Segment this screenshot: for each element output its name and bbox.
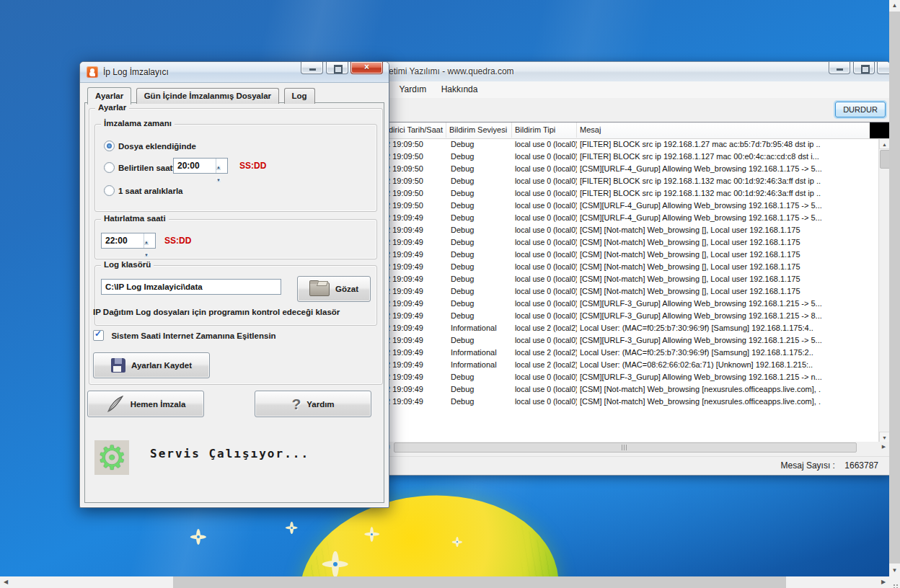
- column-header-tarih-saat[interactable]: Yönlendirici Tarih/Saat: [381, 122, 446, 138]
- table-cell: Local User: (MAC=08:62:66:02:6a:71) [Unk…: [577, 359, 878, 371]
- table-row[interactable]: 2 19:09:49Informationallocal use 2 (loca…: [381, 359, 879, 371]
- spinner-up-icon[interactable]: ▲: [144, 240, 149, 245]
- reminder-group-label: Hatırlatma saati: [101, 214, 169, 223]
- sign-now-button[interactable]: Hemen İmzala: [87, 391, 204, 417]
- table-cell: local use 0 (local0): [512, 261, 577, 273]
- radio-option-hourly[interactable]: 1 saat aralıklarla: [104, 184, 183, 194]
- table-row[interactable]: 2 19:09:49Informationallocal use 2 (loca…: [381, 322, 879, 334]
- table-cell: Debug: [446, 273, 512, 285]
- table-row[interactable]: 2 19:09:49Debuglocal use 0 (local0)[CSM]…: [381, 224, 879, 236]
- table-row[interactable]: 2 19:09:49Debuglocal use 0 (local0)[CSM]…: [381, 334, 879, 347]
- reminder-time-spinner[interactable]: 22:00 ▲ ▼: [101, 233, 156, 249]
- radio-button[interactable]: [104, 141, 115, 151]
- menu-hakkinda[interactable]: Hakkında: [436, 81, 484, 97]
- table-row[interactable]: 2 19:09:49Debuglocal use 0 (local0)[CSM]…: [381, 310, 879, 322]
- scroll-down-icon[interactable]: ▼: [879, 432, 890, 442]
- tab-log[interactable]: Log: [284, 88, 315, 104]
- wallpaper-flower: [452, 537, 462, 547]
- host-horizontal-scroll-thumb[interactable]: [173, 576, 786, 588]
- column-header-mesaj[interactable]: Mesaj: [577, 122, 878, 138]
- close-icon: ×: [351, 62, 382, 73]
- table-row[interactable]: 2 19:09:49Debuglocal use 0 (local0)[CSM]…: [381, 298, 879, 310]
- scroll-up-icon[interactable]: ▲: [889, 0, 900, 12]
- table-vertical-scrollbar[interactable]: ▲ ▼: [878, 138, 890, 442]
- table-row[interactable]: 2 19:09:49Debuglocal use 0 (local0)[CSM]…: [381, 371, 879, 383]
- table-cell: [CSM][URLF-4_Gurup] Allowing Web_browsin…: [577, 200, 878, 212]
- table-horizontal-scrollbar[interactable]: ◀ ▶: [381, 442, 890, 452]
- table-row[interactable]: 2 19:09:50Debuglocal use 0 (local0)[FILT…: [381, 151, 879, 163]
- table-cell: 2 19:09:49: [381, 261, 446, 273]
- table-header-corner: [870, 122, 889, 138]
- table-cell: 2 19:09:49: [381, 371, 446, 383]
- menu-yardim[interactable]: Yardım: [393, 81, 432, 97]
- stop-button[interactable]: DURDUR: [835, 102, 886, 117]
- scroll-right-icon[interactable]: ▶: [878, 442, 889, 452]
- minimize-button[interactable]: [829, 62, 850, 74]
- column-header-bildirim-seviyesi[interactable]: Bildirim Seviyesi: [446, 122, 512, 138]
- vertical-scroll-thumb[interactable]: [880, 150, 890, 169]
- table-cell: [CSM][URLF-4_Gurup] Allowing Web_browsin…: [577, 212, 878, 224]
- table-row[interactable]: 2 19:09:49Debuglocal use 0 (local0)[CSM]…: [381, 383, 879, 396]
- host-horizontal-scrollbar[interactable]: ◀ ▶: [0, 576, 889, 588]
- table-row[interactable]: 2 19:09:49Debuglocal use 0 (local0)[CSM]…: [381, 273, 879, 285]
- minimize-button[interactable]: [301, 62, 323, 74]
- sync-checkbox-label: Sistem Saati Internet Zamanına Eşitlensi…: [111, 331, 275, 340]
- scroll-left-icon[interactable]: ◀: [0, 576, 12, 588]
- table-cell: 2 19:09:49: [381, 322, 446, 334]
- log-window-titlebar[interactable]: etimi Yazılımı - www.quedra.com ×: [381, 62, 890, 82]
- radio-option-on-file-added[interactable]: Dosya eklendiğinde: [104, 139, 196, 149]
- remote-desktop-view: etimi Yazılımı - www.quedra.com × Yardım…: [0, 0, 900, 588]
- close-button[interactable]: ×: [350, 62, 383, 74]
- radio-button[interactable]: [104, 162, 115, 173]
- table-row[interactable]: 2 19:09:49Informationallocal use 2 (loca…: [381, 347, 879, 359]
- scroll-down-icon[interactable]: ▼: [889, 565, 900, 576]
- sync-time-checkbox-row[interactable]: ✓ Sistem Saati Internet Zamanına Eşitlen…: [93, 329, 276, 342]
- table-row[interactable]: 2 19:09:49Debuglocal use 0 (local0)[CSM]…: [381, 212, 879, 224]
- maximize-button[interactable]: [853, 62, 875, 74]
- table-row[interactable]: 2 19:09:50Debuglocal use 0 (local0)[FILT…: [381, 187, 879, 200]
- save-settings-button[interactable]: Ayarları Kaydet: [93, 352, 210, 378]
- tab-imzalanmis-dosyalar[interactable]: Gün İçinde İmzalanmış Dosyalar: [136, 88, 279, 104]
- spinner-down-icon[interactable]: ▼: [216, 178, 221, 182]
- table-cell: local use 0 (local0): [512, 273, 577, 285]
- help-button[interactable]: ? Yardım: [255, 391, 371, 417]
- table-cell: local use 2 (local2): [512, 359, 577, 371]
- host-vertical-scrollbar[interactable]: ▲ ▼: [889, 0, 900, 576]
- table-row[interactable]: 2 19:09:50Debuglocal use 0 (local0)[CSM]…: [381, 163, 879, 175]
- table-row[interactable]: 2 19:09:49Debuglocal use 0 (local0)[CSM]…: [381, 261, 879, 273]
- table-row[interactable]: 2 19:09:50Debuglocal use 0 (local0)[FILT…: [381, 138, 879, 151]
- scroll-up-icon[interactable]: ▲: [879, 138, 890, 149]
- table-cell: [CSM] [Not-match] Web_browsing [], Local…: [577, 285, 878, 298]
- horizontal-scroll-thumb[interactable]: [394, 442, 857, 453]
- log-window-statusbar: Mesaj Sayısı : 1663787: [381, 456, 890, 474]
- resize-grip[interactable]: [889, 576, 900, 588]
- table-cell: [CSM][URLF-3_Gurup] Allowing Web_browsin…: [577, 371, 878, 383]
- log-folder-input[interactable]: C:\IP Log Imzalayici\data: [101, 279, 281, 295]
- radio-button[interactable]: [104, 185, 115, 196]
- host-vertical-scroll-thumb[interactable]: [889, 12, 900, 564]
- column-header-bildirim-tipi[interactable]: Bildirim Tipi: [512, 122, 577, 138]
- radio-option-at-set-time[interactable]: Belirtilen saatte: [104, 161, 180, 171]
- checkbox[interactable]: ✓: [93, 330, 104, 341]
- table-row[interactable]: 2 19:09:49Debuglocal use 0 (local0)[CSM]…: [381, 236, 879, 249]
- table-cell: local use 0 (local0): [512, 200, 577, 212]
- spinner-down-icon[interactable]: ▼: [144, 253, 149, 257]
- table-row[interactable]: 2 19:09:49Debuglocal use 0 (local0)[CSM]…: [381, 249, 879, 261]
- table-row[interactable]: 2 19:09:50Debuglocal use 0 (local0)[FILT…: [381, 175, 879, 187]
- table-cell: 2 19:09:50: [381, 187, 446, 200]
- table-row[interactable]: 2 19:09:50Debuglocal use 0 (local0)[CSM]…: [381, 200, 879, 212]
- scroll-right-icon[interactable]: ▶: [878, 576, 889, 588]
- scheduled-time-spinner[interactable]: 20:00 ▲ ▼: [173, 158, 228, 174]
- maximize-button[interactable]: [326, 62, 348, 74]
- table-row[interactable]: 2 19:09:49Debuglocal use 0 (local0)[CSM]…: [381, 396, 879, 408]
- signer-window-titlebar[interactable]: İp Log İmzalayıcı ×: [80, 62, 389, 83]
- table-cell: local use 0 (local0): [512, 249, 577, 261]
- spinner-up-icon[interactable]: ▲: [216, 165, 221, 170]
- tab-ayarlar[interactable]: Ayarlar: [87, 87, 131, 104]
- browse-button[interactable]: Gözat: [297, 276, 371, 302]
- table-row[interactable]: 2 19:09:49Debuglocal use 0 (local0)[CSM]…: [381, 285, 879, 298]
- table-cell: 2 19:09:49: [381, 285, 446, 298]
- wallpaper-flower: [286, 522, 298, 534]
- table-cell: local use 0 (local0): [512, 285, 577, 298]
- minimize-icon: [309, 68, 316, 71]
